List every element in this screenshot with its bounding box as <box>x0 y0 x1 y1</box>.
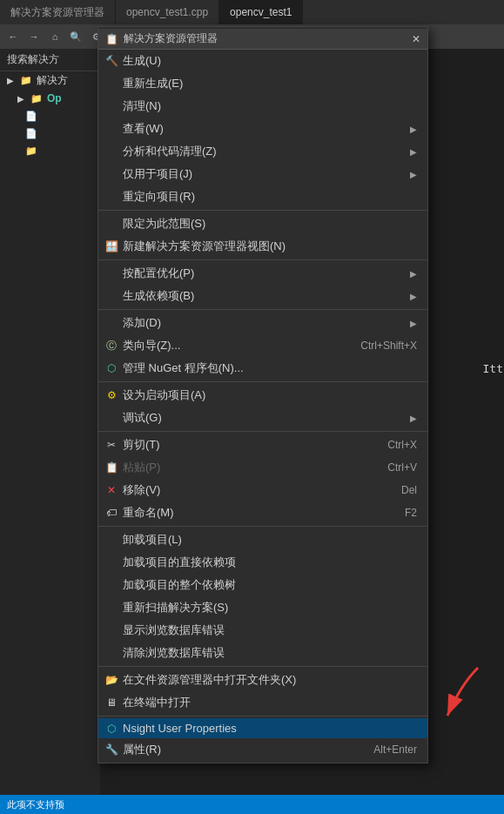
submenu-arrow-analyze: ▶ <box>410 147 417 157</box>
startup-icon: ⚙ <box>104 387 119 403</box>
open-folder-icon: 📂 <box>104 672 119 688</box>
separator-4 <box>98 381 427 382</box>
forward-button[interactable]: → <box>24 27 44 46</box>
menu-item-paste[interactable]: 📋 粘贴(P) Ctrl+V <box>98 456 427 479</box>
menu-item-nuget[interactable]: ⬡ 管理 NuGet 程序包(N)... <box>98 357 427 380</box>
menu-item-add[interactable]: 添加(D) ▶ <box>98 312 427 334</box>
tab-solution-explorer[interactable]: 解决方案资源管理器 <box>0 0 116 24</box>
menu-item-optimize[interactable]: 按配置优化(P) ▶ <box>98 262 427 285</box>
menu-item-class-wizard[interactable]: Ⓒ 类向导(Z)... Ctrl+Shift+X <box>98 334 427 357</box>
menu-item-scope[interactable]: 限定为此范围(S) <box>98 212 427 235</box>
remove-icon: ✕ <box>104 482 119 498</box>
remove-shortcut: Del <box>384 484 417 496</box>
menu-item-startup[interactable]: ⚙ 设为启动项目(A) <box>98 384 427 407</box>
separator-7 <box>98 666 427 667</box>
submenu-arrow-add: ▶ <box>410 319 417 328</box>
tree-item-project[interactable]: ▶ 📁 Op <box>0 90 100 107</box>
far-right-text: Itt <box>483 362 503 375</box>
project-icon: 📁 <box>30 91 44 105</box>
menu-item-rename[interactable]: 🏷 重命名(M) F2 <box>98 501 427 524</box>
expand-arrow-2: ▶ <box>17 94 26 104</box>
menu-item-open-folder[interactable]: 📂 在文件资源管理器中打开文件夹(X) <box>98 669 427 691</box>
menu-item-rescan[interactable]: 重新扫描解决方案(S) <box>98 596 427 619</box>
tab-bar: 解决方案资源管理器 opencv_test1.cpp opencv_test1 <box>0 0 504 24</box>
separator-3 <box>98 309 427 310</box>
separator-5 <box>98 431 427 432</box>
rename-shortcut: F2 <box>387 507 417 519</box>
menu-item-cut[interactable]: ✂ 剪切(T) Ctrl+X <box>98 434 427 456</box>
arrow-svg <box>417 659 487 729</box>
menu-item-load-direct[interactable]: 加载项目的直接依赖项 <box>98 551 427 574</box>
cut-icon: ✂ <box>104 437 119 453</box>
solution-explorer-panel: 搜索解决方 ▶ 📁 解决方 ▶ 📁 Op 📄 📄 📁 <box>0 49 100 814</box>
separator-1 <box>98 210 427 211</box>
file-icon-2: 📄 <box>24 126 38 140</box>
properties-shortcut: Alt+Enter <box>356 743 417 756</box>
tree-item-1[interactable]: 📄 <box>0 107 100 124</box>
tree-item-solution[interactable]: ▶ 📁 解决方 <box>0 71 100 90</box>
menu-item-show-db-errors[interactable]: 显示浏览数据库错误 <box>98 619 427 642</box>
menu-item-analyze[interactable]: 分析和代码清理(Z) ▶ <box>98 140 427 163</box>
menu-item-debug[interactable]: 调试(G) ▶ <box>98 407 427 429</box>
submenu-arrow-view: ▶ <box>410 124 417 134</box>
separator-2 <box>98 259 427 260</box>
menu-close-icon[interactable]: ✕ <box>412 33 420 45</box>
paste-icon: 📋 <box>104 460 119 475</box>
build-icon: 🔨 <box>104 53 119 69</box>
context-menu: 📋 解决方案资源管理器 ✕ 🔨 生成(U) 重新生成(E) 清理(N) 查看(W… <box>97 26 428 764</box>
menu-item-remove[interactable]: ✕ 移除(V) Del <box>98 479 427 501</box>
file-icon-3: 📁 <box>24 144 38 158</box>
folder-icon: 📁 <box>19 74 33 88</box>
red-arrow-annotation <box>417 659 487 731</box>
menu-item-clean[interactable]: 清理(N) <box>98 95 427 118</box>
menu-item-retarget[interactable]: 重定向项目(R) <box>98 185 427 208</box>
class-wizard-icon: Ⓒ <box>104 338 119 353</box>
nuget-icon: ⬡ <box>104 360 119 376</box>
menu-item-properties[interactable]: 🔧 属性(R) Alt+Enter <box>98 738 427 761</box>
search-header: 搜索解决方 <box>0 49 100 71</box>
menu-item-build[interactable]: 🔨 生成(U) <box>98 50 427 72</box>
submenu-arrow-project: ▶ <box>410 170 417 179</box>
properties-icon: 🔧 <box>104 742 119 757</box>
submenu-arrow-optimize: ▶ <box>410 269 417 279</box>
menu-item-dependencies[interactable]: 生成依赖项(B) ▶ <box>98 285 427 307</box>
expand-arrow: ▶ <box>7 76 16 85</box>
menu-item-nsight[interactable]: ⬡ Nsight User Properties <box>98 718 427 738</box>
menu-item-clear-db-errors[interactable]: 清除浏览数据库错误 <box>98 642 427 664</box>
context-menu-title: 📋 解决方案资源管理器 ✕ <box>98 29 427 50</box>
status-bar: 此项不支持预 <box>0 795 504 814</box>
menu-item-rebuild[interactable]: 重新生成(E) <box>98 72 427 95</box>
submenu-arrow-debug: ▶ <box>410 414 417 423</box>
nsight-icon: ⬡ <box>104 721 119 737</box>
home-button[interactable]: ⌂ <box>45 27 64 46</box>
status-text: 此项不支持预 <box>7 798 64 811</box>
menu-item-load-tree[interactable]: 加载项目的整个依赖树 <box>98 574 427 596</box>
menu-item-new-view[interactable]: 🪟 新建解决方案资源管理器视图(N) <box>98 235 427 258</box>
menu-item-project-only[interactable]: 仅用于项目(J) ▶ <box>98 163 427 185</box>
tree-item-2[interactable]: 📄 <box>0 124 100 142</box>
submenu-arrow-deps: ▶ <box>410 292 417 301</box>
cut-shortcut: Ctrl+X <box>370 439 417 451</box>
tab-opencv-test[interactable]: opencv_test1 <box>219 0 303 24</box>
back-button[interactable]: ← <box>3 27 23 46</box>
new-view-icon: 🪟 <box>104 239 119 254</box>
search-button[interactable]: 🔍 <box>66 27 85 46</box>
menu-item-open-terminal[interactable]: 🖥 在终端中打开 <box>98 691 427 714</box>
terminal-icon: 🖥 <box>104 695 119 710</box>
tab-cpp-file[interactable]: opencv_test1.cpp <box>116 0 219 24</box>
class-wizard-shortcut: Ctrl+Shift+X <box>343 340 417 352</box>
file-icon-1: 📄 <box>24 109 38 123</box>
separator-8 <box>98 716 427 716</box>
separator-6 <box>98 526 427 527</box>
menu-item-view[interactable]: 查看(W) ▶ <box>98 118 427 140</box>
paste-shortcut: Ctrl+V <box>370 461 417 474</box>
menu-icon: 📋 <box>105 33 118 45</box>
rename-icon: 🏷 <box>104 505 119 521</box>
menu-item-unload[interactable]: 卸载项目(L) <box>98 528 427 551</box>
tree-item-3[interactable]: 📁 <box>0 142 100 159</box>
